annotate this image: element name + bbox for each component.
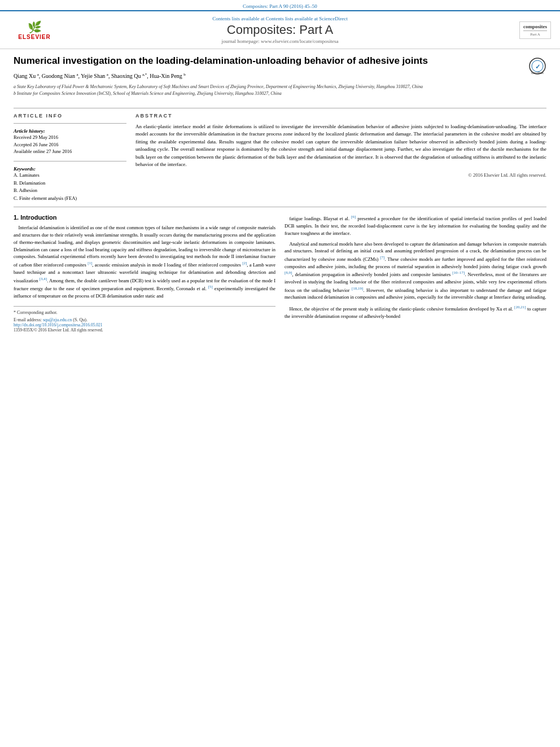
- received-date: Received 29 May 2016: [14, 134, 126, 141]
- keyword-1: A. Laminates: [14, 172, 126, 180]
- affiliation-b: b Institute for Composites Science Innov…: [14, 90, 524, 97]
- doi-link[interactable]: http://dx.doi.org/10.1016/j.compositesa.…: [14, 322, 103, 327]
- journal-banner: 🌿 ELSEVIER Contents lists available at C…: [0, 10, 560, 49]
- footer-block: * Corresponding author. E-mail address: …: [14, 306, 275, 333]
- journal-homepage: journal homepage: www.elsevier.com/locat…: [65, 38, 495, 44]
- col2-para-3: Hence, the objective of the present stud…: [285, 304, 546, 320]
- abstract-title: ABSTRACT: [135, 113, 546, 119]
- doi-line: http://dx.doi.org/10.1016/j.compositesa.…: [14, 322, 275, 327]
- body-col-left: 1. Introduction Interfacial delamination…: [14, 214, 275, 333]
- divider-body: [14, 207, 546, 207]
- composites-logo-box: composites Part A: [519, 21, 551, 39]
- authors-line: Qiang Xu a, Guodong Nian a, Yejie Shan a…: [14, 72, 524, 80]
- copyright: © 2016 Elsevier Ltd. All rights reserved…: [135, 172, 546, 178]
- abstract-body: An elastic-plastic interface model at fi…: [135, 124, 546, 168]
- divider-info: [14, 123, 126, 124]
- col2-para-1: fatigue loadings. Blaysat et al. [6] pre…: [285, 214, 546, 237]
- sciencedirect-label: Contents lists available at Contents lis…: [65, 16, 495, 21]
- intro-col2-text: fatigue loadings. Blaysat et al. [6] pre…: [285, 214, 546, 320]
- divider-1: [14, 108, 546, 108]
- keyword-4: C. Finite element analysis (FEA): [14, 195, 126, 203]
- issn-line: 1359-835X/© 2016 Elsevier Ltd. All right…: [14, 327, 275, 333]
- article-history: Article history: Received 29 May 2016 Ac…: [14, 128, 126, 155]
- journal-name: Composites: Part A: [65, 23, 495, 37]
- abstract-col: ABSTRACT An elastic-plastic interface mo…: [135, 113, 546, 203]
- elsevier-logo: 🌿 ELSEVIER: [9, 20, 60, 40]
- article-title-section: Numerical investigation on the loading-d…: [14, 55, 546, 103]
- corresponding-note: * Corresponding author.: [14, 310, 275, 315]
- composites-logo: composites Part A: [500, 21, 551, 39]
- interface-text: Interface: [494, 294, 511, 300]
- affiliations: a State Key Laboratory of Fluid Power & …: [14, 84, 524, 96]
- accepted-date: Accepted 26 June 2016: [14, 141, 126, 148]
- sciencedirect-link[interactable]: Contents lists available at ScienceDirec…: [266, 16, 348, 21]
- article-info-title: ARTICLE INFO: [14, 113, 126, 119]
- article-info-col: ARTICLE INFO Article history: Received 2…: [14, 113, 126, 203]
- email-address[interactable]: squ@zju.edu.cn: [43, 317, 72, 322]
- keyword-2: B. Delamination: [14, 180, 126, 187]
- journal-header-text: Composites: Part A 90 (2016) 45–50: [243, 3, 317, 9]
- svg-text:✓: ✓: [535, 63, 540, 70]
- article-title-block: Numerical investigation on the loading-d…: [14, 55, 524, 101]
- keyword-3: B. Adhesion: [14, 187, 126, 195]
- affiliation-a: a State Key Laboratory of Fluid Power & …: [14, 84, 524, 90]
- divider-keywords: [14, 161, 126, 161]
- elsevier-wordmark: ELSEVIER: [18, 34, 50, 40]
- keywords-section: Keywords: A. Laminates B. Delamination B…: [14, 166, 126, 202]
- svg-text:CrossMark: CrossMark: [531, 72, 544, 75]
- corresponding-text: * Corresponding author.: [14, 310, 58, 315]
- col2-para-2: Analytical and numerical models have als…: [285, 241, 546, 301]
- email-line: E-mail address: squ@zju.edu.cn (S. Qu).: [14, 317, 275, 322]
- abstract-text: An elastic-plastic interface model at fi…: [135, 123, 546, 169]
- intro-title: 1. Introduction: [14, 214, 275, 221]
- body-section: 1. Introduction Interfacial delamination…: [14, 214, 546, 333]
- email-suffix: (S. Qu).: [73, 317, 88, 322]
- keywords-label: Keywords:: [14, 166, 126, 172]
- intro-col1-text: Interfacial delamination is identified a…: [14, 224, 275, 299]
- article-content: Numerical investigation on the loading-d…: [0, 49, 560, 338]
- elsevier-tree-icon: 🌿: [28, 20, 42, 34]
- available-date: Available online 27 June 2016: [14, 148, 126, 155]
- crossmark-block: ✓ CrossMark: [524, 55, 546, 75]
- article-info-abstract: ARTICLE INFO Article history: Received 2…: [14, 113, 546, 203]
- history-label: Article history:: [14, 128, 126, 134]
- journal-title-block: Contents lists available at Contents lis…: [65, 16, 495, 44]
- journal-header: Composites: Part A 90 (2016) 45–50: [0, 0, 560, 10]
- body-col-right: fatigue loadings. Blaysat et al. [6] pre…: [285, 214, 546, 333]
- article-title: Numerical investigation on the loading-d…: [14, 55, 524, 67]
- email-label: E-mail address:: [14, 317, 42, 322]
- intro-para-1: Interfacial delamination is identified a…: [14, 224, 275, 299]
- crossmark-icon: ✓ CrossMark: [528, 57, 546, 75]
